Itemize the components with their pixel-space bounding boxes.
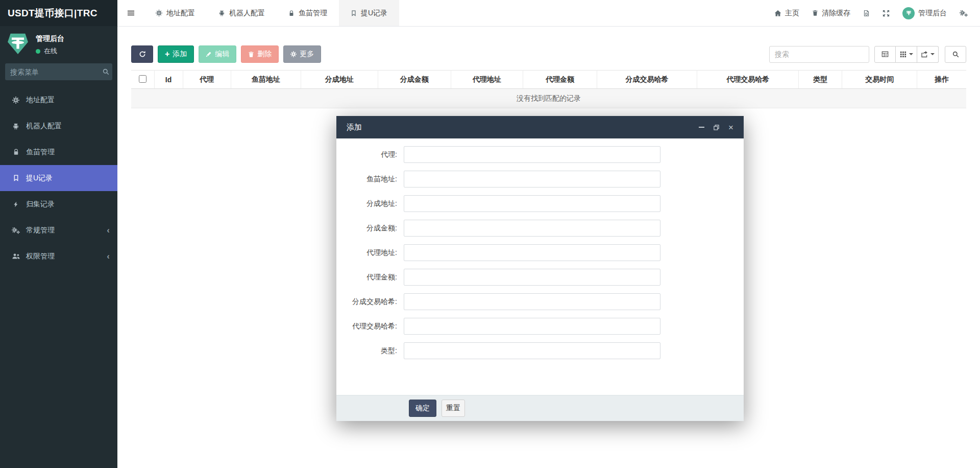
share-tx-hash-input[interactable] (404, 293, 660, 310)
trash-icon (812, 10, 818, 16)
col-share-amount: 分成金额 (378, 71, 451, 89)
form-row-share-amount: 分成金额: (336, 220, 744, 237)
user-menu[interactable]: 管理后台 (902, 7, 947, 19)
agent-tx-hash-input[interactable] (404, 318, 660, 335)
robot-icon (218, 10, 225, 16)
tab-robot-config[interactable]: 机器人配置 (207, 0, 277, 26)
plus-icon: + (165, 50, 169, 58)
navbar-right: 主页 清除缓存 管理后台 (774, 0, 980, 26)
refresh-button[interactable] (131, 45, 153, 63)
trash-icon (248, 51, 254, 58)
more-button[interactable]: 更多 (283, 45, 321, 63)
gear-icon (10, 97, 21, 104)
gear-icon (290, 51, 297, 57)
sidebar-search-input[interactable] (10, 68, 103, 76)
agent-amount-input[interactable] (404, 269, 660, 286)
sidebar-item-fry-management[interactable]: 鱼苗管理 (0, 139, 117, 165)
form-row-agent-amount: 代理金额: (336, 269, 744, 286)
share-amount-input[interactable] (404, 220, 660, 237)
select-all-checkbox[interactable] (139, 75, 146, 83)
toggle-view-button[interactable] (874, 46, 896, 63)
col-tx-time: 交易时间 (842, 71, 917, 89)
col-type: 类型 (799, 71, 842, 89)
agent-address-input[interactable] (404, 244, 660, 261)
sidebar-item-collection-records[interactable]: 归集记录 (0, 191, 117, 217)
form-row-agent-address: 代理地址: (336, 244, 744, 261)
page-refresh-button[interactable] (863, 10, 870, 17)
field-label: 代理: (336, 150, 404, 159)
tab-withdraw-records[interactable]: 提U记录 (339, 0, 399, 26)
fry-address-input[interactable] (404, 171, 660, 188)
minimize-button[interactable] (699, 127, 704, 128)
reset-button[interactable]: 重置 (442, 400, 465, 417)
field-label: 代理地址: (336, 248, 404, 258)
online-dot-icon (36, 49, 40, 54)
add-button[interactable]: + 添加 (158, 45, 194, 63)
chevron-left-icon: ‹ (107, 226, 110, 235)
field-label: 分成交易哈希: (336, 297, 404, 307)
sidebar-toggle-button[interactable] (117, 0, 144, 26)
share-address-input[interactable] (404, 195, 660, 212)
maximize-button[interactable] (714, 125, 719, 130)
tab-address-config[interactable]: 地址配置 (144, 0, 207, 26)
caret-down-icon (909, 53, 913, 55)
form-row-share-address: 分成地址: (336, 195, 744, 212)
col-share-address: 分成地址 (301, 71, 378, 89)
field-label: 鱼苗地址: (336, 175, 404, 184)
gear-icon (156, 10, 162, 16)
pencil-icon (206, 51, 212, 57)
add-record-modal: 添加 × 代理: 鱼苗地址: 分成地址: 分成金额: (336, 116, 744, 421)
table-view-button-group (874, 46, 939, 63)
confirm-button[interactable]: 确定 (409, 400, 436, 417)
sidebar-item-general-management[interactable]: 常规管理 ‹ (0, 217, 117, 243)
home-icon (774, 10, 781, 17)
field-label: 分成地址: (336, 199, 404, 208)
no-records-message: 没有找到匹配的记录 (131, 89, 966, 108)
lock-icon (10, 149, 21, 155)
page-refresh-icon (863, 10, 870, 17)
edit-button[interactable]: 编辑 (199, 45, 236, 63)
chevron-left-icon: ‹ (107, 252, 110, 261)
select-all-cell (131, 71, 154, 89)
export-icon (921, 51, 928, 58)
home-link[interactable]: 主页 (774, 9, 799, 18)
user-panel: 管理后台 在线 (0, 26, 117, 61)
type-input[interactable] (404, 342, 660, 359)
modal-footer: 确定 重置 (336, 395, 744, 421)
records-table: Id 代理 鱼苗地址 分成地址 分成金额 代理地址 代理金额 分成交易哈希 代理… (131, 70, 966, 108)
sidebar-item-address-config[interactable]: 地址配置 (0, 87, 117, 113)
delete-button[interactable]: 删除 (241, 45, 279, 63)
form-row-agent-tx-hash: 代理交易哈希: (336, 318, 744, 335)
restore-icon (714, 125, 719, 130)
cogs-icon (960, 10, 968, 17)
sidebar-user-name: 管理后台 (36, 34, 64, 43)
clear-cache-button[interactable]: 清除缓存 (812, 9, 850, 18)
modal-window-controls: × (699, 123, 733, 132)
bolt-icon (10, 201, 21, 208)
field-label: 代理交易哈希: (336, 322, 404, 331)
tether-avatar (902, 7, 915, 19)
modal-form: 代理: 鱼苗地址: 分成地址: 分成金额: 代理地址: 代理金额: 分成交易哈希… (336, 138, 744, 395)
tab-fry-management[interactable]: 鱼苗管理 (277, 0, 339, 26)
columns-dropdown-button[interactable] (896, 46, 917, 63)
form-row-agent: 代理: (336, 146, 744, 163)
table-search-input[interactable] (769, 46, 869, 63)
settings-menu[interactable] (960, 10, 968, 17)
close-icon[interactable]: × (728, 123, 733, 132)
modal-header[interactable]: 添加 × (336, 116, 744, 138)
table-toolbar: + 添加 编辑 删除 更多 (131, 45, 966, 63)
fullscreen-button[interactable] (883, 10, 890, 17)
col-fry-address: 鱼苗地址 (231, 71, 301, 89)
col-share-tx-hash: 分成交易哈希 (597, 71, 697, 89)
export-dropdown-button[interactable] (917, 46, 939, 63)
col-agent: 代理 (183, 71, 231, 89)
search-toggle-button[interactable] (945, 46, 966, 63)
col-actions: 操作 (917, 71, 966, 89)
search-icon[interactable] (103, 68, 109, 75)
agent-input[interactable] (404, 146, 660, 163)
modal-title: 添加 (347, 123, 362, 132)
sidebar-item-robot-config[interactable]: 机器人配置 (0, 113, 117, 139)
field-label: 分成金额: (336, 224, 404, 233)
sidebar-item-withdraw-records[interactable]: 提U记录 (0, 165, 117, 191)
sidebar-item-permission-management[interactable]: 权限管理 ‹ (0, 243, 117, 269)
